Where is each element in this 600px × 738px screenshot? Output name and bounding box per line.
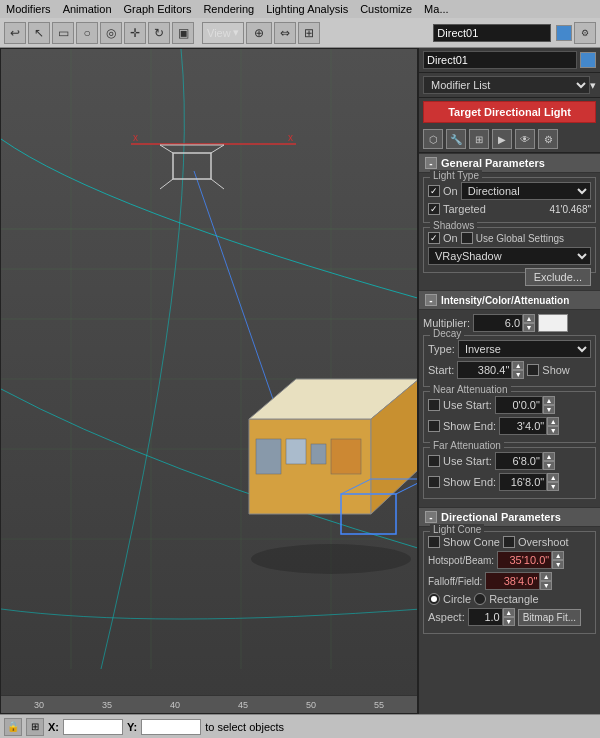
multiplier-down[interactable]: ▼ [523,323,535,332]
bitmap-fit-button[interactable]: Bitmap Fit... [518,609,581,626]
far-use-checkbox[interactable] [428,455,440,467]
near-end-up[interactable]: ▲ [547,417,559,426]
circle-radio[interactable] [428,593,440,605]
object-color-box[interactable] [556,25,572,41]
icon-display[interactable]: 👁 [515,129,535,149]
decay-label: Decay [430,328,464,339]
y-label: Y: [127,721,137,733]
far-end-down[interactable]: ▼ [547,482,559,491]
viewport[interactable]: x x [0,48,418,714]
far-end-input[interactable] [499,473,547,491]
toolbar-snap[interactable]: ⊕ [246,22,272,44]
far-show-checkbox[interactable] [428,476,440,488]
y-coord-input[interactable] [141,719,201,735]
toolbar-select[interactable]: ↖ [28,22,50,44]
far-start-down[interactable]: ▼ [543,461,555,470]
modifier-list-dropdown[interactable]: Modifier List [423,76,590,94]
far-end-up[interactable]: ▲ [547,473,559,482]
icon-motion[interactable]: ▶ [492,129,512,149]
show-cone-checkbox[interactable] [428,536,440,548]
aspect-up[interactable]: ▲ [503,608,515,617]
icon-utilities[interactable]: ⚙ [538,129,558,149]
object-name-field[interactable] [433,24,551,42]
rectangle-radio[interactable] [474,593,486,605]
toolbar-align[interactable]: ⊞ [298,22,320,44]
falloff-up[interactable]: ▲ [540,572,552,581]
menu-customize[interactable]: Customize [360,3,412,15]
near-start-up[interactable]: ▲ [543,396,555,405]
decay-start-down[interactable]: ▼ [512,370,524,379]
multiplier-input[interactable] [473,314,523,332]
collapse-general[interactable]: - [425,157,437,169]
falloff-row: Falloff/Field: ▲ ▼ [428,572,591,590]
falloff-label: Falloff/Field: [428,576,482,587]
target-directional-btn[interactable]: Target Directional Light [423,101,596,123]
menu-ma[interactable]: Ma... [424,3,448,15]
aspect-input[interactable] [468,608,503,626]
object-name-input[interactable] [423,51,577,69]
object-name-bar [419,48,600,73]
menu-modifiers[interactable]: Modifiers [6,3,51,15]
menubar: Modifiers Animation Graph Editors Render… [0,0,600,18]
near-end-input[interactable] [499,417,547,435]
falloff-input[interactable] [485,572,540,590]
menu-lighting-analysis[interactable]: Lighting Analysis [266,3,348,15]
toolbar-move[interactable]: ✛ [124,22,146,44]
hotspot-input[interactable] [497,551,552,569]
far-start-input[interactable] [495,452,543,470]
near-use-checkbox[interactable] [428,399,440,411]
decay-start-up[interactable]: ▲ [512,361,524,370]
toolbar-rect-select[interactable]: ▭ [52,22,74,44]
decay-start-input[interactable] [457,361,512,379]
toolbar-lasso[interactable]: ◎ [100,22,122,44]
decay-type-dropdown[interactable]: Inverse [458,340,591,358]
toolbar-mirror[interactable]: ⇔ [274,22,296,44]
intensity-header[interactable]: - Intensity/Color/Attenuation [419,290,600,310]
exclude-button[interactable]: Exclude... [525,268,591,286]
object-color-swatch[interactable] [580,52,596,68]
hotspot-up[interactable]: ▲ [552,551,564,560]
svg-rect-25 [286,439,306,464]
near-start-input[interactable] [495,396,543,414]
aspect-down[interactable]: ▼ [503,617,515,626]
light-on-checkbox[interactable] [428,185,440,197]
light-type-dropdown[interactable]: Directional [461,182,591,200]
far-start-label: Start: [466,455,492,467]
icon-hierarchy[interactable]: ⊞ [469,129,489,149]
targeted-checkbox[interactable] [428,203,440,215]
toolbar-scale[interactable]: ▣ [172,22,194,44]
view-dropdown[interactable]: View ▾ [202,22,244,44]
near-start-down[interactable]: ▼ [543,405,555,414]
overshoot-checkbox[interactable] [503,536,515,548]
toolbar-undo[interactable]: ↩ [4,22,26,44]
decay-show-checkbox[interactable] [527,364,539,376]
use-global-checkbox[interactable] [461,232,473,244]
collapse-intensity[interactable]: - [425,294,437,306]
panel-icon-row: ⬡ 🔧 ⊞ ▶ 👁 ⚙ [419,126,600,153]
color-swatch[interactable] [538,314,568,332]
collapse-directional[interactable]: - [425,511,437,523]
toolbar-rotate[interactable]: ↻ [148,22,170,44]
hotspot-down[interactable]: ▼ [552,560,564,569]
icon-shapes[interactable]: ⬡ [423,129,443,149]
lock-icon[interactable]: 🔒 [4,718,22,736]
shadows-on-checkbox[interactable] [428,232,440,244]
menu-graph-editors[interactable]: Graph Editors [124,3,192,15]
near-end-down[interactable]: ▼ [547,426,559,435]
toolbar-extra1[interactable]: ⚙ [574,22,596,44]
menu-animation[interactable]: Animation [63,3,112,15]
light-cone-label: Light Cone [430,524,484,535]
shadow-type-dropdown[interactable]: VRayShadow [428,247,591,265]
far-start-up[interactable]: ▲ [543,452,555,461]
svg-text:x: x [288,132,293,143]
far-end-label: End: [474,476,497,488]
svg-rect-24 [256,439,281,474]
multiplier-up[interactable]: ▲ [523,314,535,323]
near-show-checkbox[interactable] [428,420,440,432]
toolbar-circle-select[interactable]: ○ [76,22,98,44]
falloff-down[interactable]: ▼ [540,581,552,590]
x-coord-input[interactable] [63,719,123,735]
menu-rendering[interactable]: Rendering [203,3,254,15]
grid-icon[interactable]: ⊞ [26,718,44,736]
icon-modify[interactable]: 🔧 [446,129,466,149]
